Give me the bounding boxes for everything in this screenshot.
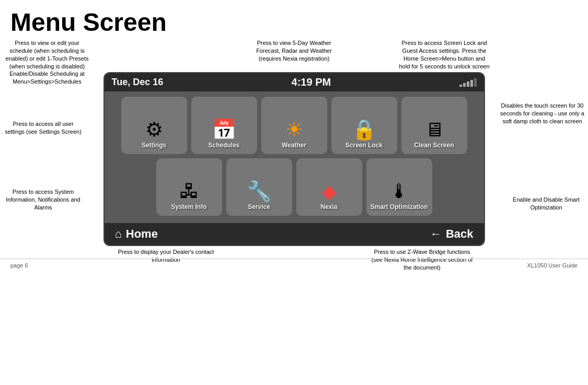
ann-screenlock: Press to access Screen Lock and Guest Ac… (397, 39, 491, 70)
ann-schedule-text: Press to view or edit your schedule (whe… (3, 39, 91, 86)
smartopt-label: Smart Optimization (370, 203, 428, 211)
ann-cleanscreen: Disables the touch screen for 30 seconds… (499, 102, 585, 125)
schedules-icon: 📅 (212, 120, 236, 139)
bar4 (470, 80, 473, 87)
schedules-tile[interactable]: 📅 Schedules (191, 97, 257, 154)
center-column: Press to view 5-Day Weather Forecast, Ra… (91, 39, 497, 272)
thermostat-device: Tue, Dec 16 4:19 PM ⚙ (103, 72, 485, 246)
settings-tile[interactable]: ⚙ Settings (121, 97, 187, 154)
back-button[interactable]: ← Back (430, 227, 474, 241)
ann-schedule: Press to view or edit your schedule (whe… (3, 39, 91, 86)
screenlock-tile[interactable]: 🔒 Screen Lock (331, 97, 397, 154)
sysinfo-label: System Info (171, 203, 206, 211)
back-label: Back (446, 227, 474, 241)
ann-settings: Press to access all user settings (see S… (3, 120, 84, 136)
sysinfo-tile[interactable]: 🖧 System Info (156, 158, 222, 216)
nexia-tile[interactable]: ◆ Nexia (296, 158, 362, 216)
footer-right: XL1050 User Guide (527, 262, 578, 269)
nexia-label: Nexia (320, 203, 337, 211)
weather-icon: ☀ (285, 120, 303, 139)
smartopt-tile[interactable]: 🌡 Smart Optimization (366, 158, 432, 216)
right-annotations: Disables the touch screen for 30 seconds… (497, 39, 585, 259)
weather-label: Weather (282, 142, 306, 149)
page-wrapper: Menu Screen Press to view or edit your s… (0, 0, 588, 272)
page-footer: page 6 XL1050 User Guide (0, 259, 588, 272)
service-label: Service (248, 203, 270, 211)
screenlock-icon: 🔒 (352, 120, 376, 139)
bar1 (459, 85, 462, 87)
settings-label: Settings (142, 142, 166, 149)
cleanscreen-tile[interactable]: 🖥 Clean Screen (401, 97, 467, 154)
cleanscreen-label: Clean Screen (414, 142, 454, 149)
home-button[interactable]: ⌂ Home (115, 227, 158, 241)
weather-tile[interactable]: ☀ Weather (261, 97, 327, 154)
page-title: Menu Screen (0, 3, 588, 39)
home-icon: ⌂ (115, 227, 122, 241)
cleanscreen-icon: 🖥 (424, 120, 444, 139)
main-content-area: Press to view or edit your schedule (whe… (0, 39, 588, 272)
ann-weather: Press to view 5-Day Weather Forecast, Ra… (247, 39, 341, 70)
bar3 (467, 81, 469, 87)
status-date: Tue, Dec 16 (112, 77, 164, 88)
left-annotations: Press to view or edit your schedule (whe… (3, 39, 91, 259)
bar5 (474, 78, 477, 87)
ann-top-left (97, 39, 191, 70)
home-label: Home (126, 227, 158, 241)
sysinfo-icon: 🖧 (179, 181, 199, 201)
ann-sysinfo-text: Press to access System Information, Noti… (3, 188, 84, 212)
service-tile[interactable]: 🔧 Service (226, 158, 292, 216)
settings-icon: ⚙ (145, 120, 163, 139)
schedules-label: Schedules (208, 142, 239, 149)
back-icon: ← (430, 227, 442, 241)
grid-row-1: ⚙ Settings 📅 Schedules ☀ Weather 🔒 (110, 97, 479, 154)
bottom-bar: ⌂ Home ← Back (105, 223, 484, 245)
ann-sysinfo: Press to access System Information, Noti… (3, 188, 84, 212)
menu-grid: ⚙ Settings 📅 Schedules ☀ Weather 🔒 (105, 91, 484, 221)
footer-left: page 6 (10, 262, 28, 269)
status-bar: Tue, Dec 16 4:19 PM (105, 73, 484, 91)
signal-bars (459, 78, 477, 87)
ann-settings-text: Press to access all user settings (see S… (3, 120, 84, 136)
nexia-icon: ◆ (322, 182, 337, 201)
ann-smartopt: Enable and Disable Smart Optimization (507, 196, 585, 212)
screenlock-label: Screen Lock (345, 142, 383, 149)
service-icon: 🔧 (247, 181, 271, 201)
smartopt-icon: 🌡 (389, 181, 409, 201)
top-annotations-row: Press to view 5-Day Weather Forecast, Ra… (91, 39, 497, 70)
grid-row-2: 🖧 System Info 🔧 Service ◆ Nexia 🌡 (110, 158, 479, 216)
status-time: 4:19 PM (292, 76, 331, 88)
bar2 (463, 83, 466, 87)
